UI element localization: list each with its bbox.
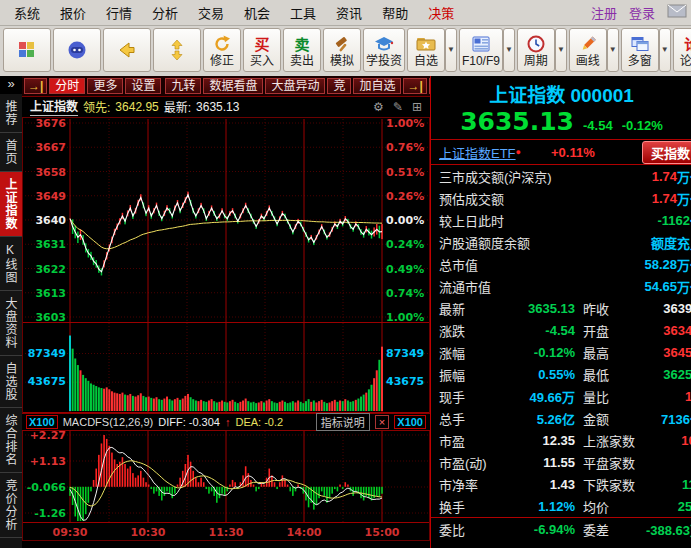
indicator-help-button[interactable]: 指标说明 (316, 413, 370, 431)
info-label: 三市成交额(沪深京) (439, 167, 552, 186)
close-indicator-button[interactable]: × (375, 415, 389, 429)
toolbar-button-up-down-icon[interactable] (153, 28, 201, 72)
price-axis-left: 3667 (35, 141, 66, 154)
sidebar-item-大盘资料[interactable]: 大盘资料 (0, 291, 22, 356)
gear-icon[interactable]: ⚙ (373, 100, 384, 114)
toolbar-button-back-arrow-icon[interactable] (103, 28, 151, 72)
menu-item-5[interactable]: 机会 (234, 3, 280, 22)
toolbar-button-wrap: 周期▼ (517, 28, 567, 72)
info-value: 54.65 (644, 279, 677, 294)
toolbar-button-修正[interactable]: 修正 (203, 28, 241, 72)
toolbar-button-论股[interactable]: 论论股 (673, 28, 691, 72)
toolbar-button-学投资[interactable]: 学投资 (363, 28, 405, 72)
menu-item-4[interactable]: 交易 (188, 3, 234, 22)
tab-加自选[interactable]: 加自选 (353, 78, 401, 94)
tab-更多[interactable]: 更多 (87, 78, 123, 94)
toolbar-dropdown-画线[interactable]: ▼ (607, 28, 619, 72)
price-axis-right: 0.26% (386, 190, 424, 203)
toolbar-button-买入[interactable]: 买买入 (243, 28, 281, 72)
menu-item-6[interactable]: 工具 (280, 3, 326, 22)
info-value: -1162 (657, 213, 690, 228)
grad-cap-icon (373, 33, 395, 55)
tab-竞[interactable]: 竞 (327, 78, 351, 94)
menu-items: 系统报价行情分析交易机会工具资讯帮助决策 (4, 3, 464, 22)
quote-row: 市盈(动)11.55平盘家数9 (431, 451, 691, 473)
info-label: 沪股通额度余额 (439, 233, 530, 252)
quote-label: 换手 (439, 497, 501, 516)
toolbar-button-F10/F9[interactable]: F10/F9 (459, 28, 503, 72)
market-info-row: 沪股通额度余额额度充足 (431, 231, 691, 253)
pencil-icon[interactable]: ✎ (393, 100, 403, 114)
toolbar-dropdown-周期[interactable]: ▼ (555, 28, 567, 72)
sidebar-item-首页[interactable]: 首页 (0, 133, 22, 172)
time-axis-label: 10:30 (130, 526, 165, 539)
macd-axis-left: -1.26 (34, 507, 66, 520)
toolbar-button-grid-icon[interactable] (3, 28, 51, 72)
tab-数据看盘[interactable]: 数据看盘 (203, 78, 263, 94)
menu-item-3[interactable]: 分析 (142, 3, 188, 22)
toolbar-button-模拟[interactable]: 模拟 (323, 28, 361, 72)
mail-icon[interactable] (667, 4, 687, 21)
quote-label: 委差 (583, 520, 609, 539)
volume-axis-right: 43675 (386, 375, 424, 388)
quote-value: -0.12% (501, 345, 575, 360)
toolbar-button-wrap: 自选▼ (407, 28, 457, 72)
price-axis-right: 1.00% (386, 311, 424, 324)
buy-index-button[interactable]: 买指数 (642, 141, 691, 164)
revise-icon (212, 33, 232, 55)
menu-item-2[interactable]: 行情 (96, 3, 142, 22)
menu-item-1[interactable]: 报价 (50, 3, 96, 22)
toolbar-dropdown-F10/F9[interactable]: ▼ (503, 28, 515, 72)
toolbar-button-robot-icon[interactable] (53, 28, 101, 72)
chevron-down-icon: ▼ (447, 47, 455, 53)
register-link[interactable]: 注册 (591, 3, 617, 22)
jump-to-icon[interactable]: →| (24, 78, 47, 94)
market-info-row: 较上日此时-1162亿 (431, 209, 691, 231)
toolbar-button-卖出[interactable]: 卖卖出 (283, 28, 321, 72)
menu-item-7[interactable]: 资讯 (326, 3, 372, 22)
sidebar-item-推荐[interactable]: 推荐 (0, 94, 22, 133)
login-link[interactable]: 登录 (629, 3, 655, 22)
quote-value: 3635.13 (501, 301, 575, 316)
toolbar-dropdown-多窗[interactable]: ▼ (659, 28, 671, 72)
jump-to-end-icon[interactable]: →| (403, 78, 426, 94)
tab-大盘异动[interactable]: 大盘异动 (265, 78, 325, 94)
etf-link[interactable]: 上证指数ETF (439, 143, 516, 162)
sidebar-item-上证指数[interactable]: 上证指数 (0, 172, 22, 237)
time-axis-label: 09:30 (52, 526, 87, 539)
volume-axis-right: 87349 (386, 347, 424, 360)
volume-scale-badge-right: X100 (394, 415, 426, 429)
time-axis-label: 15:00 (364, 526, 399, 539)
toolbar-button-多窗[interactable]: 多窗 (621, 28, 659, 72)
menu-item-0[interactable]: 系统 (4, 3, 50, 22)
macd-title: MACDFS(12,26,9) (63, 416, 153, 428)
sidebar-item-综合排名[interactable]: 综合排名 (0, 408, 22, 473)
up-down-icon (169, 39, 185, 61)
panel-layout-icon[interactable]: ⊞ (412, 100, 422, 114)
menu-item-9[interactable]: 决策 (418, 3, 464, 22)
time-axis-label: 14:00 (286, 526, 321, 539)
price-axis-left: 3603 (35, 311, 66, 324)
tab-设置[interactable]: 设置 (125, 78, 161, 94)
toolbar-button-自选[interactable]: 自选 (407, 28, 445, 72)
quote-label: 现手 (439, 387, 501, 406)
toolbar-button-周期[interactable]: 周期 (517, 28, 555, 72)
price-axis-right: 1.00% (386, 117, 424, 130)
menu-item-8[interactable]: 帮助 (372, 3, 418, 22)
market-info-row: 流通市值54.65万亿 (431, 275, 691, 297)
sidebar-item-竞价分析[interactable]: 竞价分析 (0, 473, 22, 538)
toolbar-button-画线[interactable]: 画线 (569, 28, 607, 72)
toolbar-dropdown-自选[interactable]: ▼ (445, 28, 457, 72)
toolbar-button-wrap: 模拟 (323, 28, 361, 72)
index-name-and-code[interactable]: 上证指数 000001 (431, 76, 691, 107)
tab-分时[interactable]: 分时 (49, 78, 85, 94)
sidebar-collapse-chevron[interactable]: » (0, 76, 22, 94)
forum-icon: 论 (684, 33, 691, 55)
sidebar-item-K线图[interactable]: K线图 (0, 237, 22, 291)
tab-九转[interactable]: 九转 (165, 78, 201, 94)
sidebar-item-自选股[interactable]: 自选股 (0, 356, 22, 408)
info-label: 较上日此时 (439, 211, 504, 230)
toolbar-button-wrap (153, 28, 201, 72)
toolbar-button-wrap: 多窗▼ (621, 28, 671, 72)
lead-label: 领先: (83, 98, 110, 115)
